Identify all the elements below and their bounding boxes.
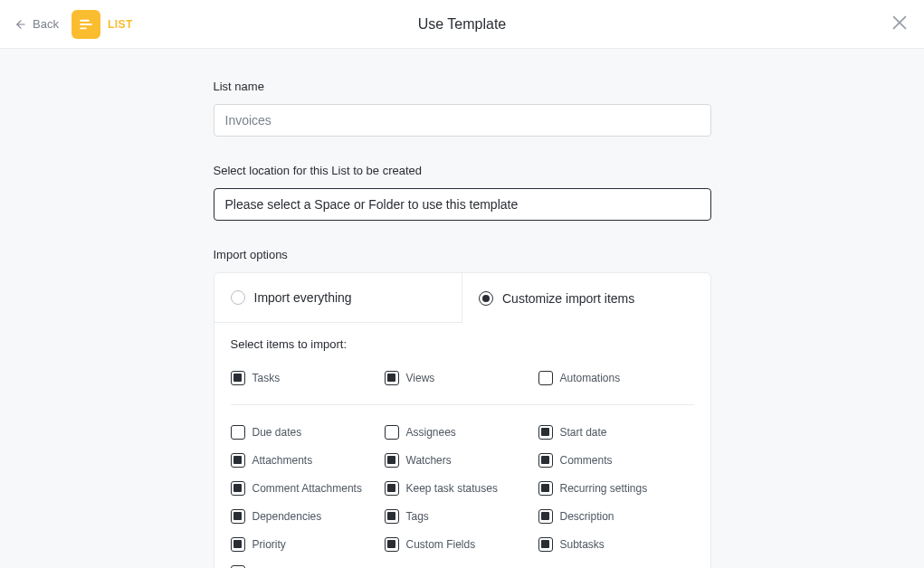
checkbox-item[interactable]: Attachments	[231, 446, 385, 474]
modal-header: Back LIST Use Template	[0, 0, 924, 49]
checkbox-label: Comment Attachments	[252, 482, 362, 495]
checkbox-item[interactable]: Assignees	[385, 418, 538, 446]
checkbox-unchecked-icon	[231, 425, 245, 440]
checkbox-item[interactable]: Start date	[538, 418, 692, 446]
checkbox-item[interactable]: Views	[385, 364, 538, 392]
checkbox-item[interactable]: Comments	[538, 446, 692, 474]
location-placeholder: Please select a Space or Folder to use t…	[225, 197, 519, 212]
import-options-panel: Import everything Customize import items…	[214, 272, 711, 568]
checkbox-label: Recurring settings	[560, 482, 648, 495]
checkbox-label: Dependencies	[252, 510, 322, 523]
checkbox-checked-icon	[231, 537, 245, 552]
checkbox-label: Tags	[406, 510, 429, 523]
checkbox-checked-icon	[385, 537, 399, 552]
checkbox-label: Tasks	[252, 372, 281, 384]
checkbox-item[interactable]: Tasks	[231, 364, 385, 392]
arrow-left-icon	[14, 18, 27, 31]
checkbox-checked-icon	[231, 565, 245, 569]
import-options-label: Import options	[214, 248, 711, 261]
close-button[interactable]	[890, 13, 910, 36]
list-name-input[interactable]	[214, 104, 711, 137]
close-icon	[890, 13, 910, 33]
checkbox-label: Attachments	[252, 454, 313, 467]
svg-rect-3	[80, 27, 87, 29]
checkbox-checked-icon	[231, 453, 245, 468]
checkbox-item[interactable]: Description	[538, 502, 692, 530]
back-label: Back	[33, 17, 59, 31]
checkbox-item[interactable]: Tags	[385, 502, 538, 530]
modal-title: Use Template	[418, 16, 507, 33]
radio-unselected-icon	[231, 290, 245, 305]
radio-selected-icon	[479, 291, 493, 306]
svg-rect-2	[80, 24, 92, 25]
checkbox-label: Custom Fields	[406, 538, 476, 551]
back-button[interactable]: Back	[14, 17, 59, 31]
tab-customize-import[interactable]: Customize import items	[462, 273, 710, 323]
checkbox-label: Watchers	[406, 454, 452, 467]
checkbox-label: Views	[406, 372, 435, 384]
select-items-label: Select items to import:	[231, 337, 694, 351]
checkbox-label: Subtasks	[560, 538, 605, 551]
checkbox-checked-icon	[385, 481, 399, 496]
checkbox-checked-icon	[385, 453, 399, 468]
checkbox-label: Priority	[252, 538, 286, 551]
checkbox-checked-icon	[538, 481, 553, 496]
checkbox-label: Comments	[560, 454, 613, 467]
tab-label: Import everything	[254, 290, 352, 305]
location-select[interactable]: Please select a Space or Folder to use t…	[214, 188, 711, 221]
checkbox-label: Start date	[560, 426, 607, 439]
modal-body: List name Select location for this List …	[0, 49, 924, 568]
checkbox-item[interactable]: Dependencies	[231, 502, 385, 530]
import-items-section: Select items to import: TasksViewsAutoma…	[214, 323, 710, 568]
checkbox-label: Keep task statuses	[406, 482, 498, 495]
checkbox-item[interactable]: Watchers	[385, 446, 538, 474]
checkbox-checked-icon	[538, 425, 553, 440]
checkbox-checked-icon	[231, 481, 245, 496]
checkbox-checked-icon	[538, 453, 553, 468]
checkbox-label: Automations	[560, 372, 621, 384]
checkbox-checked-icon	[538, 509, 553, 524]
checkbox-label: Description	[560, 510, 614, 523]
checkbox-item[interactable]: Priority	[231, 530, 385, 558]
checkbox-checked-icon	[385, 371, 399, 385]
location-label: Select location for this List to be crea…	[214, 164, 711, 177]
checkbox-checked-icon	[231, 509, 245, 524]
checkbox-item[interactable]: Custom Fields	[385, 530, 538, 558]
checkbox-item[interactable]: Checklists	[231, 558, 385, 568]
checkbox-checked-icon	[538, 537, 553, 552]
list-name-label: List name	[214, 80, 711, 93]
checkbox-label: Due dates	[252, 426, 302, 439]
checkbox-item[interactable]: Subtasks	[538, 530, 692, 558]
checkbox-unchecked-icon	[385, 425, 399, 440]
tab-label: Customize import items	[502, 291, 634, 306]
checkbox-item[interactable]: Due dates	[231, 418, 385, 446]
list-type-label: LIST	[108, 18, 133, 31]
tab-import-everything[interactable]: Import everything	[214, 273, 463, 323]
checkbox-item[interactable]: Automations	[538, 364, 692, 392]
list-type-indicator: LIST	[71, 10, 133, 39]
checkbox-label: Assignees	[406, 426, 456, 439]
checkbox-item[interactable]: Recurring settings	[538, 474, 692, 502]
checkbox-item[interactable]: Comment Attachments	[231, 474, 385, 502]
list-icon	[78, 16, 94, 33]
checkbox-checked-icon	[231, 371, 245, 385]
checkbox-unchecked-icon	[538, 371, 553, 385]
checkbox-checked-icon	[385, 509, 399, 524]
list-icon-badge	[71, 10, 100, 39]
checkbox-item[interactable]: Keep task statuses	[385, 474, 538, 502]
svg-rect-1	[80, 19, 90, 21]
